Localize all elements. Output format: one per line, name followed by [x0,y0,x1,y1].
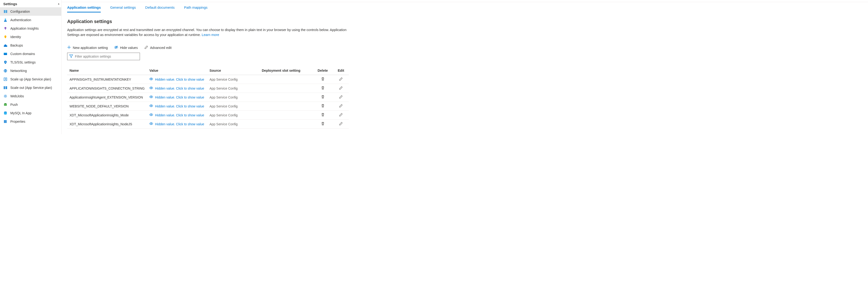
learn-more-link[interactable]: Learn more [202,33,219,37]
edit-button[interactable] [339,86,343,90]
svg-rect-5 [5,29,6,30]
sidebar-item-networking[interactable]: Networking [0,66,61,75]
pencil-icon [339,113,343,117]
eye-icon [149,122,153,126]
svg-point-27 [151,96,152,97]
setting-slot [259,75,312,84]
pencil-icon [339,77,343,82]
setting-source: App Service Config [207,120,259,129]
tab-path-mappings[interactable]: Path mappings [184,5,208,12]
setting-source: App Service Config [207,102,259,111]
setting-source: App Service Config [207,111,259,120]
pencil-icon [339,95,343,100]
delete-button[interactable] [321,122,325,126]
show-value-link[interactable]: Hidden value. Click to show value [149,104,204,108]
sidebar-item-properties[interactable]: Properties [0,117,61,126]
show-value-link[interactable]: Hidden value. Click to show value [149,95,204,99]
trash-icon [321,104,325,108]
hidden-value-text: Hidden value. Click to show value [155,87,204,90]
header-source[interactable]: Source [207,66,259,75]
svg-rect-7 [4,53,7,53]
tab-default-documents[interactable]: Default documents [145,5,175,12]
scaleup-icon [3,77,7,81]
tab-bar: Application settingsGeneral settingsDefa… [67,2,862,13]
sidebar-item-label: WebJobs [10,94,24,98]
svg-rect-18 [4,120,5,123]
section-description: Application settings are encrypted at re… [67,28,356,37]
setting-name[interactable]: XDT_MicrosoftApplicationInsights_NodeJS [67,120,147,129]
delete-button[interactable] [321,86,325,90]
svg-rect-11 [4,86,5,89]
config-icon [3,9,7,13]
hidden-value-text: Hidden value. Click to show value [155,122,204,126]
header-name[interactable]: Name [67,66,147,75]
push-icon [3,103,7,107]
advanced-edit-button[interactable]: Advanced edit [145,46,172,50]
hide-values-button[interactable]: Hide values [114,46,138,50]
sidebar-item-label: Application Insights [10,27,39,30]
collapse-icon[interactable]: ▲ [58,2,60,5]
sidebar-item-mysql[interactable]: MySQL In App [0,109,61,117]
svg-point-29 [151,114,152,115]
sidebar-item-label: Properties [10,120,25,123]
delete-button[interactable] [321,113,325,117]
setting-name[interactable]: APPLICATIONINSIGHTS_CONNECTION_STRING [67,84,147,93]
eye-icon [149,86,153,90]
header-slot[interactable]: Deployment slot setting [259,66,312,75]
sidebar-item-config[interactable]: Configuration [0,7,61,16]
edit-button[interactable] [339,104,343,108]
svg-point-3 [5,19,6,20]
insights-icon [3,26,7,31]
delete-button[interactable] [321,77,325,82]
delete-button[interactable] [321,95,325,100]
show-value-link[interactable]: Hidden value. Click to show value [149,122,204,126]
sidebar-item-label: Custom domains [10,52,35,56]
sidebar-item-backups[interactable]: Backups [0,41,61,50]
setting-name[interactable]: ApplicationInsightsAgent_EXTENSION_VERSI… [67,93,147,102]
tab-general-settings[interactable]: General settings [110,5,136,12]
settings-sidebar: Settings ▲ ConfigurationAuthenticationAp… [0,0,62,134]
sidebar-item-insights[interactable]: Application Insights [0,24,61,33]
svg-point-30 [151,123,152,124]
hidden-value-text: Hidden value. Click to show value [155,113,204,117]
svg-rect-13 [6,86,7,89]
setting-name[interactable]: WEBSITE_NODE_DEFAULT_VERSION [67,102,147,111]
sidebar-item-scaleup[interactable]: Scale up (App Service plan) [0,75,61,83]
eye-slash-icon [114,46,118,50]
new-application-setting-button[interactable]: New application setting [67,46,108,50]
table-row: APPLICATIONINSIGHTS_CONNECTION_STRINGHid… [67,84,349,93]
show-value-link[interactable]: Hidden value. Click to show value [149,77,204,81]
svg-rect-16 [4,103,6,104]
svg-point-25 [151,79,152,80]
sidebar-item-label: Networking [10,69,27,73]
main-content: Application settingsGeneral settingsDefa… [62,2,868,134]
sidebar-item-push[interactable]: Push [0,101,61,109]
sidebar-item-label: Backups [10,44,23,47]
table-row: APPINSIGHTS_INSTRUMENTATIONKEYHidden val… [67,75,349,84]
setting-source: App Service Config [207,75,259,84]
sidebar-item-scaleout[interactable]: Scale out (App Service plan) [0,83,61,92]
filter-box[interactable] [67,53,140,60]
sidebar-item-domains[interactable]: Custom domains [0,50,61,58]
setting-name[interactable]: XDT_MicrosoftApplicationInsights_Mode [67,111,147,120]
sidebar-item-webjobs[interactable]: WebJobs [0,92,61,101]
show-value-link[interactable]: Hidden value. Click to show value [149,86,204,90]
filter-input[interactable] [75,55,138,58]
edit-button[interactable] [339,113,343,117]
sidebar-item-auth[interactable]: Authentication [0,16,61,24]
setting-slot [259,111,312,120]
tab-application-settings[interactable]: Application settings [67,5,101,12]
svg-rect-0 [4,10,5,13]
pencil-icon [339,86,343,90]
trash-icon [321,122,325,126]
setting-name[interactable]: APPINSIGHTS_INSTRUMENTATIONKEY [67,75,147,84]
delete-button[interactable] [321,104,325,108]
header-value[interactable]: Value [147,66,207,75]
edit-button[interactable] [339,95,343,100]
sidebar-item-tls[interactable]: TLS/SSL settings [0,58,61,66]
edit-button[interactable] [339,122,343,126]
show-value-link[interactable]: Hidden value. Click to show value [149,113,204,117]
sidebar-item-identity[interactable]: Identity [0,33,61,41]
edit-button[interactable] [339,77,343,82]
eye-icon [149,95,153,99]
